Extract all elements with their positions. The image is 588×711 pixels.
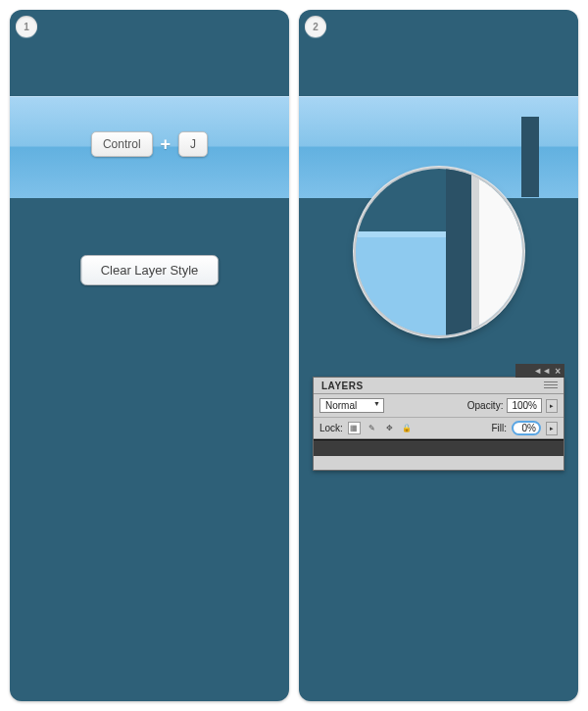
plus-icon: + (161, 134, 172, 155)
fill-value[interactable]: 0% (512, 421, 541, 435)
opacity-label: Opacity: (467, 400, 504, 411)
layers-panel: ◄◄ × LAYERS Normal Opacity: 100% ▸ Lock:… (313, 377, 564, 471)
lock-all-icon[interactable]: 🔒 (401, 422, 414, 434)
opacity-value[interactable]: 100% (507, 398, 542, 413)
blend-opacity-row: Normal Opacity: 100% ▸ (314, 394, 564, 418)
lock-label: Lock: (319, 423, 343, 433)
keyboard-shortcut: Control + J (10, 131, 289, 157)
layer-list-area[interactable] (314, 439, 564, 456)
zoom-content (356, 169, 522, 335)
opacity-flyout-icon[interactable]: ▸ (546, 399, 558, 413)
key-control[interactable]: Control (91, 131, 153, 157)
zoom-lens (356, 169, 522, 335)
fill-flyout-icon[interactable]: ▸ (546, 422, 558, 435)
panel-headerbar: ◄◄ × (515, 364, 564, 378)
lock-fill-row: Lock: ▦ ✎ ✥ 🔒 Fill: 0% ▸ (314, 418, 564, 439)
key-j[interactable]: J (178, 131, 208, 157)
lock-position-icon[interactable]: ✥ (383, 422, 396, 434)
lock-transparency-icon[interactable]: ▦ (348, 422, 361, 434)
collapse-icon[interactable]: ◄◄ (533, 366, 551, 376)
zoom-vertical-dark (446, 169, 471, 335)
vertical-stripe (521, 117, 539, 197)
clear-layer-style-button[interactable]: Clear Layer Style (80, 255, 220, 285)
lock-pixels-icon[interactable]: ✎ (366, 422, 378, 434)
step-badge-2: 2 (305, 16, 326, 37)
close-icon[interactable]: × (555, 366, 561, 377)
step-badge-1: 1 (16, 16, 37, 37)
tutorial-step-2: 2 ◄◄ × LAYERS Normal Opacity: 100% ▸ Loc… (299, 10, 578, 701)
tutorial-step-1: 1 Control + J Clear Layer Style (10, 10, 289, 701)
blend-mode-dropdown[interactable]: Normal (319, 398, 384, 413)
layers-tab[interactable]: LAYERS (314, 378, 564, 394)
fill-label: Fill: (491, 423, 507, 433)
